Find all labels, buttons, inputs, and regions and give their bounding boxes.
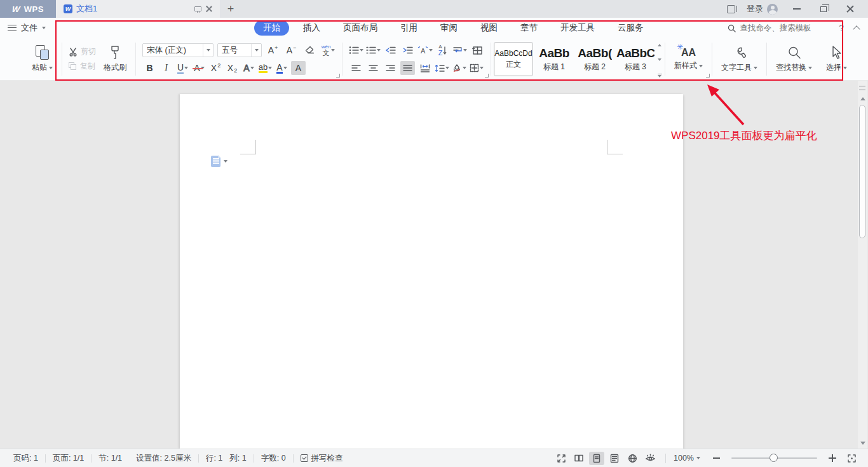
scrollbar-thumb[interactable]: [859, 105, 865, 238]
vertical-scrollbar[interactable]: [858, 81, 867, 449]
zoom-slider[interactable]: [731, 457, 817, 459]
find-replace-icon: [787, 45, 802, 60]
paragraph-dialog-launcher[interactable]: [485, 74, 489, 78]
login-button[interactable]: 登录: [747, 3, 778, 15]
zoom-percent-dropdown[interactable]: 100%: [674, 454, 705, 463]
justify-button[interactable]: [400, 61, 415, 75]
grow-font-button[interactable]: A+: [266, 43, 280, 57]
restore-button[interactable]: [816, 3, 831, 16]
zoom-slider-thumb[interactable]: [770, 454, 778, 462]
superscript-button[interactable]: X2: [208, 61, 223, 75]
fullscreen-view-button[interactable]: [553, 452, 569, 465]
tab-section[interactable]: 章节: [512, 20, 546, 36]
styles-dialog-launcher[interactable]: [706, 74, 710, 78]
tab-references[interactable]: 引用: [391, 20, 426, 36]
bold-button[interactable]: B: [142, 61, 157, 75]
strikethrough-button[interactable]: A: [192, 61, 207, 75]
tab-close-icon[interactable]: [203, 3, 215, 15]
ruler-toggle-icon[interactable]: [859, 86, 865, 90]
task-window-icon[interactable]: [727, 5, 735, 13]
style-heading1[interactable]: AaBb 标题 1: [534, 42, 574, 76]
font-name-combo[interactable]: 宋体 (正文): [142, 43, 214, 57]
wps-home-button[interactable]: W WPS: [0, 0, 56, 18]
web-layout-view-button[interactable]: [625, 452, 640, 465]
minimize-button[interactable]: [789, 3, 804, 16]
subscript-button[interactable]: X2: [225, 61, 240, 75]
zoom-in-icon[interactable]: [829, 454, 836, 462]
eye-protection-button[interactable]: [642, 452, 658, 465]
align-right-button[interactable]: [383, 61, 398, 75]
shrink-font-button[interactable]: A−: [284, 43, 299, 57]
scroll-up-icon[interactable]: [860, 97, 865, 100]
paste-button[interactable]: 粘贴: [29, 44, 55, 74]
font-color-button[interactable]: A: [275, 61, 289, 75]
share-screen-icon[interactable]: [192, 3, 203, 15]
find-replace-button[interactable]: 查找替换: [773, 44, 815, 74]
text-tool-button[interactable]: 文字工具: [719, 44, 760, 74]
status-column: 列: 1: [229, 453, 253, 464]
new-style-button[interactable]: ✳AA 新样式: [672, 46, 705, 72]
command-search[interactable]: [728, 24, 829, 32]
char-shading-button[interactable]: A: [291, 61, 306, 75]
copy-button[interactable]: 复制: [69, 61, 96, 72]
clear-format-button[interactable]: [302, 43, 317, 57]
italic-button[interactable]: I: [159, 61, 173, 75]
select-button[interactable]: 选择: [824, 44, 850, 74]
distribute-button[interactable]: [417, 61, 432, 75]
paste-options-floatie[interactable]: [211, 156, 227, 167]
file-menu[interactable]: 文件: [8, 18, 46, 38]
new-tab-button[interactable]: +: [220, 0, 241, 18]
style-heading2[interactable]: AaBb( 标题 2: [575, 42, 614, 76]
styles-more-icon[interactable]: [658, 74, 662, 74]
underline-button[interactable]: U: [175, 61, 190, 75]
pinyin-guide-button[interactable]: wén文: [321, 43, 336, 57]
tab-page-layout[interactable]: 页面布局: [334, 20, 386, 36]
styles-scroll-down-icon[interactable]: [658, 58, 661, 61]
bullet-list-button[interactable]: [349, 43, 363, 57]
format-painter-button[interactable]: 格式刷: [101, 44, 129, 74]
style-heading3[interactable]: AaBbC( 标题 3: [616, 42, 655, 76]
tab-cloud[interactable]: 云服务: [609, 20, 653, 36]
char-scale-button[interactable]: A: [417, 43, 433, 57]
document-page[interactable]: [180, 94, 683, 449]
numbered-list-button[interactable]: [366, 43, 381, 57]
align-center-button[interactable]: [366, 61, 381, 75]
style-normal[interactable]: AaBbCcDd 正文: [494, 42, 533, 76]
align-right-icon: [386, 64, 395, 72]
increase-indent-button[interactable]: [400, 43, 415, 57]
cut-button[interactable]: 剪切: [69, 46, 96, 57]
show-marks-button[interactable]: [452, 43, 467, 57]
font-size-combo[interactable]: 五号: [217, 43, 262, 57]
zoom-out-icon[interactable]: [713, 457, 720, 459]
sort-button[interactable]: AZ: [435, 43, 450, 57]
document-tab[interactable]: W 文档1: [56, 0, 220, 18]
outline-view-button[interactable]: [607, 452, 622, 465]
line-spacing-button[interactable]: [435, 61, 449, 75]
decrease-indent-button[interactable]: [383, 43, 398, 57]
align-left-button[interactable]: [349, 61, 363, 75]
new-style-icon: ✳AA: [681, 47, 696, 58]
print-layout-view-button[interactable]: [589, 452, 604, 465]
help-button[interactable]: ?: [839, 23, 844, 33]
text-effect-button[interactable]: A: [241, 61, 256, 75]
read-view-button[interactable]: [571, 452, 587, 465]
tab-dev-tools[interactable]: 开发工具: [552, 20, 604, 36]
borders-button[interactable]: [469, 61, 484, 75]
collapse-ribbon-icon[interactable]: [853, 25, 860, 32]
close-button[interactable]: [843, 3, 858, 16]
status-word-count[interactable]: 字数: 0: [254, 453, 293, 464]
avatar: [767, 4, 778, 15]
tab-home[interactable]: 开始: [254, 20, 289, 36]
styles-scroll-up-icon[interactable]: [658, 44, 661, 46]
tab-review[interactable]: 审阅: [431, 20, 466, 36]
fit-page-button[interactable]: [844, 452, 859, 465]
scroll-down-icon[interactable]: [860, 442, 865, 445]
shading-button[interactable]: [452, 61, 466, 75]
tab-setting-button[interactable]: [470, 43, 484, 57]
command-search-input[interactable]: [740, 24, 829, 32]
tab-insert[interactable]: 插入: [294, 20, 329, 36]
spellcheck-button[interactable]: 拼写检查: [294, 453, 350, 464]
tab-view[interactable]: 视图: [471, 20, 506, 36]
highlight-color-button[interactable]: ab: [258, 61, 273, 75]
font-dialog-launcher[interactable]: [336, 74, 340, 78]
